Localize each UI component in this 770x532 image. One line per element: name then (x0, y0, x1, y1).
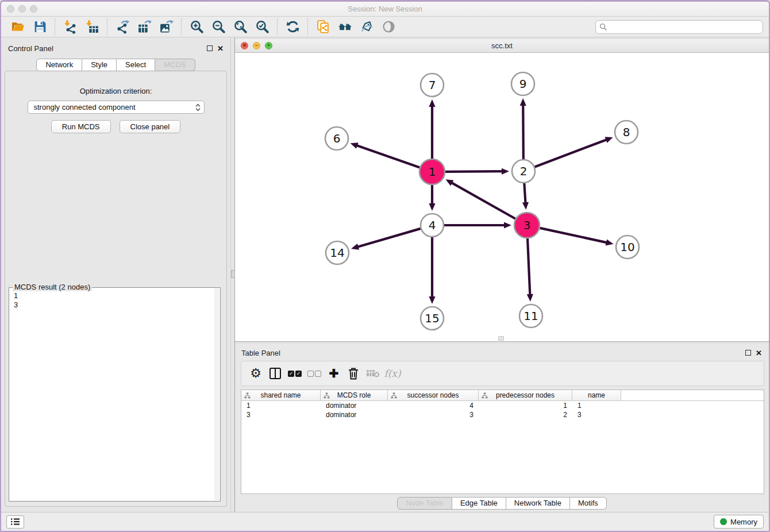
table-row[interactable]: 3dominator323 (241, 410, 764, 419)
graph-node-label-8: 8 (623, 125, 630, 139)
control-panel: Control Panel ✕ NetworkStyleSelectMCDS O… (1, 37, 231, 512)
result-scrollbar[interactable] (214, 288, 220, 500)
cell-name[interactable]: 3 (572, 410, 621, 419)
workspace: ✕ − + scc.txt 7968124314101511 Table Pan… (235, 37, 769, 512)
cell-predecessor-nodes[interactable]: 2 (479, 410, 572, 419)
function-builder-icon[interactable]: f(x) (383, 364, 402, 383)
table-panel: Table Panel ✕ ⚙ ✓✓ (235, 344, 769, 512)
select-all-columns-icon[interactable]: ✓✓ (285, 364, 305, 383)
panel-splitter[interactable] (231, 37, 235, 512)
table-header-row: shared nameMCDS rolesuccessor nodesprede… (241, 390, 764, 401)
main-area: Control Panel ✕ NetworkStyleSelectMCDS O… (1, 37, 769, 512)
column-header-predecessor-nodes[interactable]: predecessor nodes (479, 390, 572, 400)
reset-view-icon[interactable] (336, 18, 353, 36)
graph-node-label-9: 9 (519, 77, 527, 91)
tab-network[interactable]: Network (36, 59, 82, 71)
export-network-icon[interactable] (114, 18, 131, 36)
graph-node-label-11: 11 (523, 309, 538, 323)
table-row[interactable]: 1dominator411 (241, 401, 764, 410)
memory-label: Memory (730, 518, 757, 526)
show-panels-button[interactable] (6, 515, 24, 529)
zoom-fit-icon[interactable] (232, 18, 249, 36)
graph-edge-2-9[interactable] (523, 104, 523, 159)
mcds-result-title: MCDS result (2 nodes) (13, 283, 92, 291)
unselect-all-columns-icon[interactable] (305, 364, 324, 383)
apply-layout-icon[interactable] (284, 18, 301, 36)
tab-mcds[interactable]: MCDS (155, 59, 195, 71)
memory-status-icon (720, 518, 727, 525)
cell-successor-nodes[interactable]: 4 (388, 401, 479, 410)
export-table-icon[interactable] (136, 18, 153, 36)
cell-shared-name[interactable]: 3 (241, 410, 321, 419)
tab-network-table[interactable]: Network Table (506, 497, 570, 510)
delete-table-icon[interactable] (363, 364, 383, 383)
tab-node-table[interactable]: Node Table (397, 497, 452, 510)
close-panel-button[interactable]: Close panel (120, 120, 181, 133)
column-header-name[interactable]: name (572, 390, 621, 400)
network-graph[interactable]: 7968124314101511 (235, 53, 768, 341)
float-panel-icon[interactable] (207, 45, 213, 51)
column-header-successor-nodes[interactable]: successor nodes (388, 390, 479, 400)
select-stepper-icon (195, 103, 201, 111)
float-table-panel-icon[interactable] (745, 350, 751, 356)
cell-name[interactable]: 1 (572, 401, 621, 410)
result-line: 3 (14, 300, 220, 310)
import-table-icon[interactable] (83, 18, 101, 36)
clone-network-icon[interactable] (314, 18, 332, 36)
network-canvas[interactable]: 7968124314101511 (235, 53, 769, 341)
search-field[interactable] (595, 20, 763, 34)
network-window-titlebar[interactable]: ✕ − + scc.txt (235, 39, 769, 53)
search-input[interactable] (607, 22, 759, 32)
cell-MCDS-role[interactable]: dominator (321, 401, 388, 410)
splitter-handle[interactable] (231, 270, 235, 278)
graph-arrowhead (605, 137, 613, 142)
mcds-result-box: MCDS result (2 nodes) 13 (9, 287, 221, 502)
table-settings-icon[interactable]: ⚙ (246, 364, 265, 383)
tab-style[interactable]: Style (82, 59, 117, 71)
cell-successor-nodes[interactable]: 3 (388, 410, 479, 419)
bird-eye-view-icon[interactable] (380, 18, 397, 36)
toolbar-separator (277, 18, 278, 36)
graph-arrowhead (522, 202, 529, 210)
show-columns-icon[interactable] (265, 364, 285, 383)
canvas-scroll-thumb[interactable] (498, 336, 504, 341)
open-session-icon[interactable] (9, 18, 26, 36)
graph-arrowhead (429, 99, 435, 107)
zoom-out-icon[interactable] (210, 18, 227, 36)
main-toolbar (1, 17, 769, 37)
graph-edge-4-14[interactable] (357, 229, 421, 247)
create-column-icon[interactable]: ✚ (324, 364, 344, 383)
graph-arrowhead (504, 222, 511, 228)
graph-edge-1-2[interactable] (445, 171, 503, 172)
graph-edge-3-11[interactable] (528, 238, 530, 296)
node-table: shared nameMCDS rolesuccessor nodesprede… (241, 390, 764, 494)
tab-edge-table[interactable]: Edge Table (452, 497, 506, 510)
save-session-icon[interactable] (31, 18, 48, 36)
graph-edge-3-10[interactable] (540, 228, 607, 243)
zoom-in-icon[interactable] (188, 18, 205, 36)
column-header-MCDS-role[interactable]: MCDS role (321, 390, 388, 400)
close-table-panel-icon[interactable]: ✕ (756, 349, 762, 357)
cell-MCDS-role[interactable]: dominator (321, 410, 388, 419)
cell-predecessor-nodes[interactable]: 1 (479, 401, 572, 410)
table-body: 1dominator4113dominator323 (241, 401, 764, 419)
graph-arrowhead (606, 239, 614, 245)
tab-select[interactable]: Select (117, 59, 155, 71)
import-network-icon[interactable] (61, 18, 79, 36)
export-image-icon[interactable] (157, 18, 175, 36)
zoom-selected-icon[interactable] (253, 18, 271, 36)
optimization-criterion-label: Optimization criterion: (80, 87, 152, 95)
graph-edge-1-6[interactable] (356, 145, 419, 168)
delete-column-icon[interactable] (344, 364, 363, 383)
memory-button[interactable]: Memory (714, 515, 764, 529)
column-header-shared-name[interactable]: shared name (241, 390, 321, 400)
hide-labels-icon[interactable] (358, 18, 375, 36)
graph-edge-2-3[interactable] (524, 183, 525, 204)
graph-edge-3-1[interactable] (451, 182, 515, 219)
criterion-select[interactable]: strongly connected component (28, 101, 205, 114)
tab-motifs[interactable]: Motifs (570, 497, 607, 510)
graph-edge-2-8[interactable] (535, 139, 608, 167)
close-panel-icon[interactable]: ✕ (217, 45, 224, 52)
cell-shared-name[interactable]: 1 (241, 401, 321, 410)
run-mcds-button[interactable]: Run MCDS (51, 120, 111, 133)
